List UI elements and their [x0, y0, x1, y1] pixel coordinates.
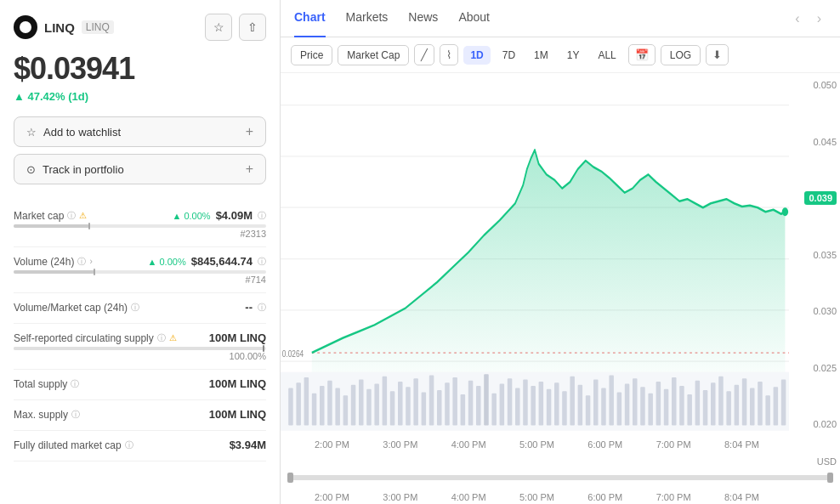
tab-markets[interactable]: Markets	[346, 0, 389, 37]
price-button[interactable]: Price	[291, 45, 332, 65]
y-label-0025: 0.025	[797, 363, 837, 373]
svg-rect-9	[288, 388, 293, 425]
scrollbar-area	[281, 470, 840, 485]
svg-rect-29	[445, 382, 450, 425]
y-label-0045: 0.045	[797, 137, 837, 147]
market-cap-rank: #2313	[14, 229, 266, 239]
svg-rect-53	[633, 378, 638, 425]
circulating-warn-icon: ⚠	[169, 333, 177, 343]
svg-rect-62	[703, 390, 708, 425]
svg-rect-36	[500, 383, 505, 425]
vol-mktcap-label: Volume/Market cap (24h) ⓘ	[14, 302, 139, 314]
market-cap-warn-icon: ⚠	[79, 211, 87, 220]
svg-rect-24	[406, 387, 411, 425]
volume-progress	[14, 270, 266, 274]
coin-ticker: LINQ	[82, 20, 114, 34]
chart-controls: Price Market Cap ╱ ⌇ 1D 7D 1M 1Y ALL 📅 L…	[281, 37, 840, 73]
volume-info2-icon[interactable]: ⓘ	[258, 256, 266, 268]
tab-news[interactable]: News	[408, 0, 438, 37]
total-supply-info-icon[interactable]: ⓘ	[71, 378, 79, 390]
stat-row-total-supply: Total supply ⓘ 100M LINQ	[14, 370, 266, 400]
svg-rect-17	[351, 385, 356, 426]
volume-info-icon[interactable]: ⓘ	[77, 256, 86, 268]
line-chart-icon[interactable]: ╱	[414, 44, 434, 65]
svg-rect-34	[484, 374, 489, 425]
left-panel: LINQ LINQ ☆ ⇧ $0.03941 ▲ 47.42% (1d) ☆ A…	[0, 0, 281, 504]
y-label-0039: 0.039	[797, 193, 837, 203]
market-cap-change: ▲ 0.00%	[172, 211, 210, 221]
time-1m-button[interactable]: 1M	[527, 46, 555, 65]
svg-rect-31	[461, 394, 466, 425]
volume-change: ▲ 0.00%	[148, 257, 186, 267]
tab-bar: Chart Markets News About ‹ ›	[281, 0, 840, 37]
bottom-x-label-700pm: 7:00 PM	[656, 492, 691, 502]
vol-mktcap-info2-icon[interactable]: ⓘ	[258, 302, 266, 314]
max-supply-value: 100M LINQ	[209, 408, 266, 421]
svg-rect-40	[531, 386, 536, 425]
vol-mktcap-value: --	[245, 301, 253, 314]
time-1y-button[interactable]: 1Y	[560, 46, 587, 65]
bottom-time-axis: 2:00 PM 3:00 PM 4:00 PM 5:00 PM 6:00 PM …	[281, 492, 793, 502]
svg-rect-23	[398, 382, 403, 425]
time-7d-button[interactable]: 7D	[496, 46, 522, 65]
svg-rect-21	[383, 377, 388, 426]
price-display: $0.03941	[14, 51, 266, 87]
log-button[interactable]: LOG	[661, 45, 701, 65]
svg-rect-49	[601, 388, 606, 425]
svg-rect-10	[296, 382, 301, 425]
coin-name: LINQ	[44, 20, 75, 35]
svg-rect-67	[742, 378, 747, 425]
market-cap-button[interactable]: Market Cap	[338, 45, 409, 65]
svg-rect-71	[774, 387, 779, 425]
svg-rect-66	[735, 385, 740, 426]
svg-rect-64	[718, 377, 724, 426]
circulating-info-icon[interactable]: ⓘ	[157, 332, 166, 344]
calendar-icon[interactable]: 📅	[628, 44, 656, 65]
fdmc-info-icon[interactable]: ⓘ	[125, 439, 133, 451]
star-button[interactable]: ☆	[205, 14, 232, 41]
y-label-0050: 0.050	[797, 80, 837, 90]
svg-rect-68	[750, 388, 755, 425]
svg-rect-55	[648, 394, 653, 426]
market-cap-progress	[14, 224, 266, 228]
x-axis-labels: 2:00 PM 3:00 PM 4:00 PM 5:00 PM 6:00 PM …	[281, 436, 793, 453]
stat-row-vol-mktcap: Volume/Market cap (24h) ⓘ -- ⓘ	[14, 293, 266, 324]
vol-mktcap-info-icon[interactable]: ⓘ	[131, 302, 139, 314]
y-label-0020: 0.020	[797, 419, 837, 429]
tab-chart[interactable]: Chart	[294, 0, 326, 37]
portfolio-icon: ⊙	[26, 163, 36, 176]
plus-icon-portfolio: +	[246, 161, 253, 177]
time-all-button[interactable]: ALL	[591, 46, 622, 65]
scroll-handle-right[interactable]	[827, 473, 833, 483]
candlestick-icon[interactable]: ⌇	[440, 44, 458, 65]
track-in-portfolio-button[interactable]: ⊙ Track in portfolio +	[14, 154, 266, 184]
market-cap-info-icon[interactable]: ⓘ	[67, 210, 76, 222]
tab-about[interactable]: About	[458, 0, 490, 37]
svg-rect-37	[508, 378, 513, 425]
max-supply-info-icon[interactable]: ⓘ	[71, 409, 80, 421]
share-button[interactable]: ⇧	[239, 14, 266, 41]
stat-row-volume: Volume (24h) ⓘ › ▲ 0.00% $845,644.74 ⓘ #…	[14, 247, 266, 293]
svg-rect-56	[656, 382, 661, 425]
chart-svg: 0.0264	[281, 73, 789, 436]
next-tab-button[interactable]: ›	[812, 9, 826, 28]
volume-arrow-icon: ›	[89, 257, 92, 266]
time-1d-button[interactable]: 1D	[463, 46, 490, 65]
svg-rect-43	[554, 382, 559, 425]
market-cap-info2-icon[interactable]: ⓘ	[258, 210, 266, 222]
svg-rect-65	[726, 391, 731, 425]
bottom-x-label-804pm: 8:04 PM	[724, 492, 759, 502]
fdmc-value: $3.94M	[230, 439, 266, 451]
prev-tab-button[interactable]: ‹	[790, 9, 804, 28]
volume-value-row: ▲ 0.00% $845,644.74 ⓘ	[148, 255, 266, 268]
circulating-value: 100M LINQ	[209, 331, 266, 344]
download-icon[interactable]: ⬇	[706, 44, 729, 65]
svg-rect-69	[758, 382, 763, 425]
add-to-watchlist-button[interactable]: ☆ Add to watchlist +	[14, 116, 266, 147]
svg-rect-33	[476, 386, 481, 425]
circulating-progress	[14, 347, 266, 350]
fdmc-label: Fully diluted market cap ⓘ	[14, 439, 133, 451]
coin-logo	[14, 15, 37, 39]
volume-rank: #714	[14, 275, 266, 285]
scroll-handle-left[interactable]	[287, 473, 293, 483]
